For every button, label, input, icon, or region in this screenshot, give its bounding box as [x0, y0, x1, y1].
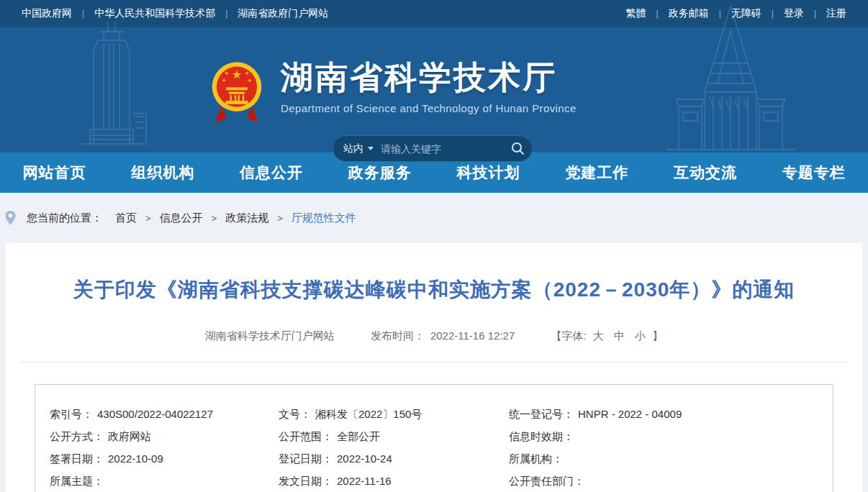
- site-search-bar: 站内: [333, 135, 533, 162]
- building-illustration-right: [644, 6, 817, 152]
- topbar-link-traditional[interactable]: 繁體: [626, 7, 646, 20]
- search-scope-label: 站内: [343, 142, 363, 155]
- nav-item-interaction[interactable]: 互动交流: [651, 152, 760, 193]
- publish-time-value: 2022-11-16 12:27: [430, 329, 515, 342]
- article-source: 湖南省科学技术厅门户网站: [205, 329, 335, 342]
- search-input[interactable]: [381, 143, 511, 155]
- article-content-card: 关于印发《湖南省科技支撑碳达峰碳中和实施方案（2022－2030年）》的通知 湖…: [6, 243, 862, 492]
- font-size-large[interactable]: 大: [593, 329, 604, 342]
- info-cell-registration-date: 登记日期：2022-10-24: [279, 447, 509, 470]
- location-pin-icon: [4, 210, 17, 226]
- topbar-link-most[interactable]: 中华人民共和国科学技术部: [94, 7, 215, 20]
- topbar: 中国政府网 | 中华人民共和国科学技术部 | 湖南省政府门户网站 繁體 | 政务…: [0, 0, 868, 27]
- separator: |: [772, 9, 774, 19]
- table-row: 索引号：430S00/2022-04022127 文号：湘科发〔2022〕150…: [35, 403, 833, 425]
- font-size-open: 【字体:: [551, 329, 586, 342]
- breadcrumb-current-page[interactable]: 厅规范性文件: [291, 211, 356, 225]
- site-brand: ★ ★ ★ ★ ★ 湖南省科学技术厅 Department of Science…: [209, 60, 577, 127]
- topbar-link-china-gov[interactable]: 中国政府网: [22, 7, 72, 20]
- building-illustration-left: [72, 22, 151, 152]
- search-scope-dropdown[interactable]: 站内: [343, 142, 374, 155]
- site-title-english: Department of Science and Technology of …: [281, 102, 577, 114]
- topbar-link-login[interactable]: 登录: [784, 7, 804, 20]
- svg-text:★: ★: [245, 70, 249, 76]
- separator: |: [225, 9, 227, 19]
- site-title-group: 湖南省科学技术厅 Department of Science and Techn…: [281, 60, 577, 114]
- table-row: 所属主题： 发文日期：2022-11-16 公开责任部门：: [35, 470, 833, 492]
- breadcrumb-separator: >: [145, 213, 151, 224]
- topbar-link-mailbox[interactable]: 政务邮箱: [669, 7, 709, 20]
- article-title: 关于印发《湖南省科技支撑碳达峰碳中和实施方案（2022－2030年）》的通知: [6, 243, 862, 304]
- info-cell-issue-date: 发文日期：2022-11-16: [279, 470, 509, 492]
- svg-text:★: ★: [248, 78, 252, 83]
- search-button[interactable]: [511, 142, 525, 155]
- breadcrumb-separator: >: [212, 213, 217, 224]
- svg-text:★: ★: [225, 70, 229, 76]
- topbar-left-links: 中国政府网 | 中华人民共和国科学技术部 | 湖南省政府门户网站: [22, 7, 328, 20]
- breadcrumb-item-policies[interactable]: 政策法规: [225, 211, 268, 225]
- article-meta: 湖南省科学技术厅门户网站 发布时间：2022-11-16 12:27 【字体: …: [6, 329, 862, 343]
- breadcrumb-item-home[interactable]: 首页: [115, 211, 137, 225]
- font-size-control: 【字体: 大 中 小 】: [551, 329, 663, 342]
- nav-item-home[interactable]: 网站首页: [0, 152, 109, 193]
- national-emblem-icon: ★ ★ ★ ★ ★: [209, 60, 265, 127]
- table-row: 公开方式：政府网站 公开范围：全部公开 信息时效期：: [35, 425, 833, 447]
- font-size-medium[interactable]: 中: [614, 329, 625, 342]
- publish-time: 发布时间：2022-11-16 12:27: [371, 329, 518, 342]
- info-cell-doc-number: 文号：湘科发〔2022〕150号: [279, 403, 509, 425]
- info-cell-registration-number: 统一登记号：HNPR - 2022 - 04009: [509, 403, 833, 425]
- separator: |: [82, 9, 84, 19]
- font-size-small[interactable]: 小: [635, 329, 646, 342]
- breadcrumb-prefix: 您当前的位置：: [27, 211, 102, 225]
- separator: |: [719, 9, 721, 19]
- svg-text:★: ★: [222, 78, 226, 83]
- info-cell-disclosure-scope: 公开范围：全部公开: [279, 425, 509, 447]
- masthead: 中国政府网 | 中华人民共和国科学技术部 | 湖南省政府门户网站 繁體 | 政务…: [0, 0, 868, 152]
- breadcrumb: 您当前的位置： 首页 > 信息公开 > 政策法规 > 厅规范性文件: [0, 193, 868, 243]
- search-icon: [511, 142, 525, 155]
- info-cell-responsible-dept: 公开责任部门：: [509, 470, 833, 492]
- topbar-link-hunan-gov[interactable]: 湖南省政府门户网站: [238, 7, 328, 20]
- topbar-link-register[interactable]: 注册: [826, 7, 846, 20]
- separator: |: [814, 9, 816, 19]
- document-info-table: 索引号：430S00/2022-04022127 文号：湘科发〔2022〕150…: [35, 384, 833, 492]
- info-cell-index-number: 索引号：430S00/2022-04022127: [50, 403, 279, 425]
- nav-item-info-disclosure[interactable]: 信息公开: [217, 152, 326, 193]
- topbar-right-links: 繁體 | 政务邮箱 | 无障碍 | 登录 | 注册: [626, 7, 847, 20]
- nav-item-special-topics[interactable]: 专题专栏: [759, 152, 868, 193]
- info-cell-validity-period: 信息时效期：: [509, 425, 833, 447]
- breadcrumb-item-info-disclosure[interactable]: 信息公开: [160, 211, 203, 225]
- info-cell-affiliated-org: 所属机构：: [509, 447, 833, 470]
- site-header: ★ ★ ★ ★ ★ 湖南省科学技术厅 Department of Science…: [0, 27, 868, 152]
- font-size-close: 】: [652, 329, 663, 342]
- svg-text:★: ★: [232, 68, 242, 81]
- nav-item-organization[interactable]: 组织机构: [109, 152, 217, 193]
- info-cell-disclosure-method: 公开方式：政府网站: [50, 425, 279, 447]
- publish-time-label: 发布时间：: [371, 329, 425, 342]
- info-cell-signing-date: 签署日期：2022-10-09: [50, 447, 279, 470]
- info-cell-topic: 所属主题：: [50, 470, 279, 492]
- meta-divider: [20, 362, 848, 363]
- table-row: 签署日期：2022-10-09 登记日期：2022-10-24 所属机构：: [35, 447, 833, 470]
- site-title: 湖南省科学技术厅: [281, 60, 577, 96]
- nav-item-party-building[interactable]: 党建工作: [543, 152, 651, 193]
- chevron-down-icon: [368, 147, 374, 150]
- breadcrumb-separator: >: [277, 213, 283, 224]
- topbar-link-accessibility[interactable]: 无障碍: [731, 7, 761, 20]
- separator: |: [656, 9, 659, 19]
